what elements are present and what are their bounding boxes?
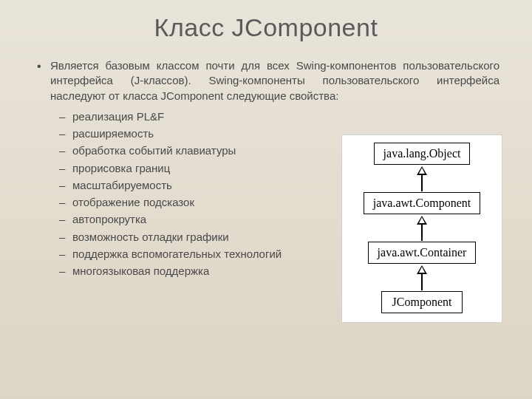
class-hierarchy-diagram: java.lang.Object java.awt.Component java… (341, 134, 502, 323)
inheritance-arrow-icon (417, 166, 427, 191)
inheritance-arrow-icon (417, 265, 427, 290)
class-box-object: java.lang.Object (374, 143, 471, 165)
class-box-jcomponent: JComponent (381, 291, 463, 313)
class-box-component: java.awt.Component (364, 192, 480, 214)
list-item: реализация PL&F (72, 108, 502, 125)
slide: Класс JComponent Является базовым классо… (0, 0, 532, 399)
intro-paragraph: Является базовым классом почти для всех … (50, 58, 502, 103)
class-box-container: java.awt.Container (368, 242, 477, 264)
slide-title: Класс JComponent (30, 13, 502, 42)
inheritance-arrow-icon (417, 216, 427, 241)
